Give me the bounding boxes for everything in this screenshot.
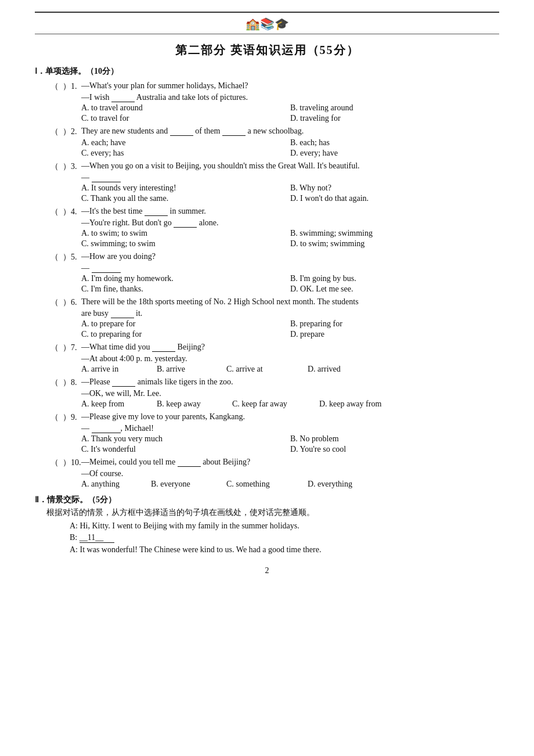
question-2: （ ）2. They are new students and of them … <box>46 127 499 158</box>
paren-9: （ <box>46 412 63 423</box>
q4-options2: C. swimming; to swim D. to swim; swimmin… <box>81 239 499 249</box>
qnum-4: ）4. <box>63 207 81 217</box>
q2-optA: A. each; have <box>81 138 290 147</box>
q6-options1: A. to prepare for B. preparing for <box>81 319 499 329</box>
q5-optD: D. OK. Let me see. <box>290 285 499 294</box>
q6-optD: D. prepare <box>290 330 499 339</box>
q3-optA: A. It sounds very interesting! <box>81 183 290 193</box>
q4-options1: A. to swim; to swim B. swimming; swimmin… <box>81 229 499 238</box>
q3-dialog2: — <box>81 173 499 182</box>
q9-dialog2: — , Michael! <box>81 424 499 433</box>
q4-optB: B. swimming; swimming <box>290 229 499 238</box>
q10-optA: A. anything <box>81 480 145 489</box>
q7-optB: B. arrive <box>157 365 221 374</box>
q6-optB: B. preparing for <box>290 319 499 329</box>
q3-text: —When you go on a visit to Beijing, you … <box>81 161 499 171</box>
q1-text: —What's your plan for summer holidays, M… <box>81 81 499 91</box>
q5-options1: A. I'm doing my homework. B. I'm going b… <box>81 274 499 283</box>
q5-text: —How are you doing? <box>81 252 499 261</box>
q7-optC: C. arrive at <box>226 365 302 374</box>
q7-dialog2: —At about 4:00 p. m. yesterday. <box>81 354 499 363</box>
q4-dialog2: —You're right. But don't go alone. <box>81 218 499 228</box>
q9-optD: D. You're so cool <box>290 445 499 454</box>
q4-optA: A. to swim; to swim <box>81 229 290 238</box>
q6-text: There will be the 18th sports meeting of… <box>81 297 499 307</box>
qnum-9: ）9. <box>63 412 81 423</box>
q4-optD: D. to swim; swimming <box>290 239 499 249</box>
question-7: （ ）7. —What time did you Beijing? —At ab… <box>46 343 499 374</box>
q3-optB: B. Why not? <box>290 183 499 193</box>
q10-text: —Meimei, could you tell me about Beijing… <box>81 458 499 467</box>
paren-7: （ <box>46 343 63 353</box>
q1-optC: C. to travel for <box>81 114 290 123</box>
q9-text: —Please give my love to your parents, Ka… <box>81 412 499 422</box>
q4-optC: C. swimming; to swim <box>81 239 290 249</box>
q3-optC: C. Thank you all the same. <box>81 194 290 203</box>
q8-dialog2: —OK, we will, Mr. Lee. <box>81 389 499 398</box>
q2-optB: B. each; has <box>290 138 499 147</box>
part2-dialogA2: A: It was wonderful! The Chinese were ki… <box>70 545 499 555</box>
q8-optA: A. keep from <box>81 399 151 409</box>
question-6: （ ）6. There will be the 18th sports meet… <box>46 297 499 339</box>
q8-text: —Please animals like tigers in the zoo. <box>81 377 499 387</box>
paren-5: （ <box>46 252 63 262</box>
q5-dialog2: — <box>81 264 499 273</box>
q7-text: —What time did you Beijing? <box>81 343 499 352</box>
paren-10: （ <box>46 458 63 468</box>
paren-4: （ <box>46 207 63 217</box>
section-title: 第二部分 英语知识运用（55分） <box>35 42 499 58</box>
q8-optC: C. keep far away <box>232 399 313 409</box>
question-5: （ ）5. —How are you doing? — A. I'm doing… <box>46 252 499 294</box>
question-9: （ ）9. —Please give my love to your paren… <box>46 412 499 454</box>
q7-optA: A. arrive in <box>81 365 151 374</box>
q3-options2: C. Thank you all the same. D. I won't do… <box>81 194 499 203</box>
q5-options2: C. I'm fine, thanks. D. OK. Let me see. <box>81 285 499 294</box>
paren-1: （ <box>46 81 63 92</box>
qnum-6: ）6. <box>63 297 81 308</box>
q1-optD: D. traveling for <box>290 114 499 123</box>
q6-optA: A. to prepare for <box>81 319 290 329</box>
q4-text: —It's the best time in summer. <box>81 207 499 216</box>
q5-optB: B. I'm going by bus. <box>290 274 499 283</box>
q9-optA: A. Thank you very much <box>81 434 290 444</box>
question-8: （ ）8. —Please animals like tigers in the… <box>46 377 499 409</box>
q9-optC: C. It's wonderful <box>81 445 290 454</box>
qnum-2: ）2. <box>63 127 81 137</box>
top-border <box>35 12 499 13</box>
qnum-10: ）10. <box>63 458 81 468</box>
q1-optA: A. to travel around <box>81 103 290 113</box>
q10-optC: C. something <box>226 480 302 489</box>
q8-options: A. keep from B. keep away C. keep far aw… <box>81 399 499 409</box>
part2-desc: 根据对话的情景，从方框中选择适当的句子填在画线处，使对话完整通顺。 <box>46 507 499 518</box>
q1-optB: B. traveling around <box>290 103 499 113</box>
q10-optD: D. everything <box>308 480 383 489</box>
q2-options1: A. each; have B. each; has <box>81 138 499 147</box>
qnum-1: ）1. <box>63 81 81 92</box>
q9-options2: C. It's wonderful D. You're so cool <box>81 445 499 454</box>
q2-optC: C. every; has <box>81 149 290 158</box>
question-1: （ ）1. —What's your plan for summer holid… <box>46 81 499 123</box>
q3-optD: D. I won't do that again. <box>290 194 499 203</box>
q6-cont: are busy it. <box>81 309 499 318</box>
q3-options1: A. It sounds very interesting! B. Why no… <box>81 183 499 193</box>
qnum-7: ）7. <box>63 343 81 353</box>
q1-options: A. to travel around B. traveling around <box>81 103 499 113</box>
page-number: 2 <box>35 566 499 575</box>
q2-options2: C. every; has D. every; have <box>81 149 499 158</box>
paren-3: （ <box>46 161 63 172</box>
paren-8: （ <box>46 377 63 388</box>
q6-options2: C. to preparing for D. prepare <box>81 330 499 339</box>
qnum-3: ）3. <box>63 161 81 172</box>
q6-optC: C. to preparing for <box>81 330 290 339</box>
q7-options: A. arrive in B. arrive C. arrive at D. a… <box>81 365 499 374</box>
part1-label: Ⅰ．单项选择。（10分） <box>35 66 499 77</box>
q5-optC: C. I'm fine, thanks. <box>81 285 290 294</box>
q7-optD: D. arrived <box>308 365 371 374</box>
q2-text: They are new students and of them a new … <box>81 127 499 136</box>
q1-dialog2: —I wish Australia and take lots of pictu… <box>81 93 499 102</box>
q5-optA: A. I'm doing my homework. <box>81 274 290 283</box>
qnum-8: ）8. <box>63 377 81 388</box>
q8-optD: D. keep away from <box>319 399 400 409</box>
part2-label: Ⅱ．情景交际。（5分） <box>35 495 499 505</box>
q8-optB: B. keep away <box>157 399 226 409</box>
